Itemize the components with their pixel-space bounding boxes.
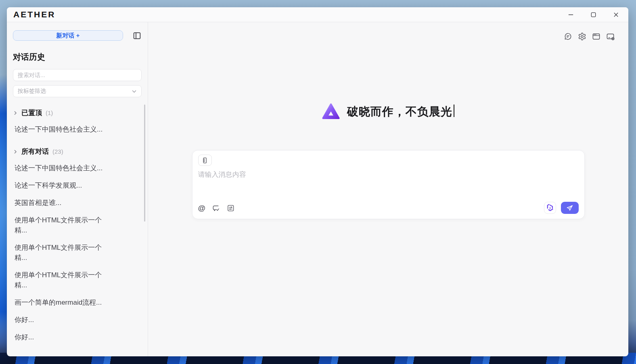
sidebar-scrollbar[interactable] [144, 105, 145, 222]
prompt-template-button[interactable] [198, 155, 212, 166]
chevron-right-icon [13, 149, 18, 154]
maximize-button[interactable] [587, 9, 599, 20]
chevron-right-icon [13, 111, 18, 115]
all-chats-section-count: (23) [52, 148, 63, 155]
chevron-down-icon [132, 89, 137, 94]
message-bubble-icon [564, 32, 572, 41]
bubble-check-icon [212, 204, 220, 212]
tag-filter-select[interactable]: 按标签筛选 [13, 85, 142, 97]
conversation-item[interactable]: 论述一下中国特色社会主义... [15, 163, 107, 173]
conversation-list: 已置顶 (1) 论述一下中国特色社会主义... 所有对话 (23) [13, 108, 142, 342]
all-chats-group: 所有对话 (23) 论述一下中国特色社会主义...论述一下科学发展观...英国首… [13, 147, 142, 342]
close-icon [613, 12, 619, 18]
pinned-items: 论述一下中国特色社会主义... [13, 124, 142, 134]
app-window-icon [592, 32, 600, 41]
text-caret [454, 105, 455, 117]
tag-filter-label: 按标签筛选 [18, 88, 46, 95]
conversation-item[interactable]: 画一个简单的mermaid流程... [15, 297, 107, 308]
app-window: AETHER 新对话 + 对话历史 按标签 [7, 7, 628, 356]
send-plane-icon [566, 204, 573, 212]
app-logo-icon [322, 103, 340, 121]
close-button[interactable] [610, 9, 622, 20]
conversation-item[interactable]: 英国首相是谁... [15, 198, 107, 208]
prompt-template-icon [201, 157, 208, 164]
all-chat-items: 论述一下中国特色社会主义...论述一下科学发展观...英国首相是谁...使用单个… [13, 163, 142, 342]
gear-icon [578, 32, 586, 41]
sidebar-panel-icon [133, 31, 141, 40]
model-logo-icon [546, 204, 554, 212]
app-title: AETHER [13, 10, 55, 19]
minimize-icon [568, 12, 574, 18]
main-toolbar [563, 32, 615, 41]
model-select-button[interactable] [544, 202, 556, 214]
window-controls [565, 9, 622, 20]
conversation-item[interactable]: 你好... [15, 332, 107, 342]
conversation-item[interactable]: 你好... [15, 315, 107, 325]
conversation-item[interactable]: 论述一下科学发展观... [15, 180, 107, 190]
pinned-section-label: 已置顶 [21, 108, 42, 117]
all-chats-section-label: 所有对话 [21, 147, 49, 156]
message-input[interactable] [198, 170, 579, 202]
sliders-icon [227, 204, 234, 212]
settings-button[interactable] [577, 32, 586, 41]
maximize-icon [590, 12, 596, 18]
search-input[interactable] [13, 69, 142, 81]
history-title: 对话历史 [13, 52, 142, 63]
sidebar: 新对话 + 对话历史 按标签筛选 已置顶 (1 [7, 22, 148, 356]
device-screen-icon [606, 32, 615, 41]
screen-capture-button[interactable] [606, 32, 615, 41]
conversation-item[interactable]: 使用单个HTML文件展示一个精... [15, 270, 107, 290]
collapse-sidebar-button[interactable] [132, 31, 142, 40]
pinned-section-count: (1) [46, 109, 53, 116]
window-mode-button[interactable] [592, 32, 600, 41]
quick-phrase-button[interactable] [212, 204, 220, 212]
conversation-item[interactable]: 使用单个HTML文件展示一个精... [15, 243, 107, 263]
composer: @ [192, 150, 585, 219]
pinned-group: 已置顶 (1) 论述一下中国特色社会主义... [13, 108, 142, 134]
pinned-section-header[interactable]: 已置顶 (1) [13, 108, 142, 117]
chat-history-button[interactable] [563, 32, 572, 41]
mention-button[interactable]: @ [198, 204, 206, 212]
conversation-item[interactable]: 使用单个HTML文件展示一个精... [15, 215, 107, 235]
send-button[interactable] [561, 202, 579, 214]
titlebar: AETHER [7, 7, 628, 22]
composer-toolbar: @ [198, 202, 579, 214]
hero-title: 破晓而作，不负晨光 [347, 104, 455, 119]
parameters-button[interactable] [227, 204, 234, 212]
at-icon: @ [198, 204, 206, 212]
all-chats-section-header[interactable]: 所有对话 (23) [13, 147, 142, 156]
hero: 破晓而作，不负晨光 [322, 103, 455, 121]
minimize-button[interactable] [565, 9, 577, 20]
new-chat-button[interactable]: 新对话 + [13, 30, 123, 41]
conversation-item[interactable]: 论述一下中国特色社会主义... [15, 124, 107, 134]
main-area: 破晓而作，不负晨光 @ [148, 22, 628, 356]
